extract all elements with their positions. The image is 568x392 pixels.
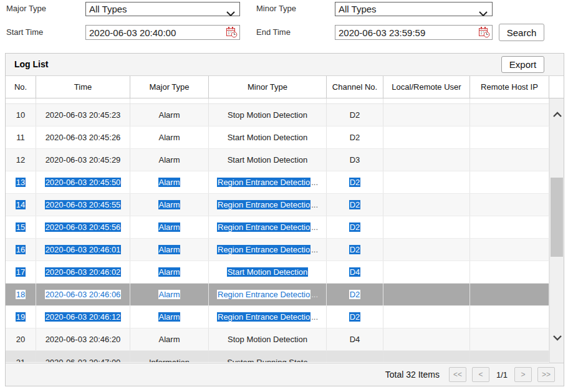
cell-channel: D2 — [327, 194, 383, 216]
cell-minor: Region Entrance Detectio... — [209, 239, 327, 261]
scroll-up-icon[interactable] — [552, 109, 562, 115]
cell-no: 10 — [6, 104, 36, 126]
cell-ip — [470, 149, 549, 171]
selected-text: Region Entrance Detectio — [217, 245, 310, 254]
cell-user — [383, 194, 470, 216]
selected-text: D2 — [349, 312, 361, 322]
cell-time: 2020-06-03 20:46:06 — [36, 284, 130, 305]
end-time-input[interactable] — [335, 25, 493, 40]
cell-major: Alarm — [130, 328, 209, 350]
cell-channel: D2 — [327, 216, 383, 238]
cell-minor: Region Entrance Detectio... — [209, 216, 327, 238]
search-button[interactable]: Search — [499, 24, 544, 41]
table-row[interactable]: 202020-06-03 20:46:20AlarmStop Motion De… — [6, 328, 549, 351]
cell-channel: D4 — [327, 328, 383, 350]
cell-user — [383, 284, 470, 305]
cell-time: 2020-06-03 20:45:56 — [36, 216, 130, 238]
cell-no — [6, 98, 36, 103]
first-page-button[interactable]: << — [449, 367, 466, 382]
cell-minor: Stop Motion Detection — [209, 328, 327, 350]
cell-major: Alarm — [130, 149, 209, 171]
cell-ip — [470, 98, 549, 103]
major-type-label: Major Type — [6, 1, 46, 16]
selected-text: Region Entrance Detectio — [217, 312, 310, 322]
column-header-minor-type: Minor Type — [209, 76, 327, 98]
table-row[interactable]: 182020-06-03 20:46:06AlarmRegion Entranc… — [6, 284, 549, 306]
cell-no: 15 — [6, 216, 36, 238]
selected-text: 2020-06-03 20:46:02 — [45, 267, 122, 277]
major-type-select[interactable]: All Types — [85, 2, 240, 16]
table-row[interactable]: 192020-06-03 20:46:12AlarmRegion Entranc… — [6, 306, 549, 328]
selected-text: 18 — [16, 290, 26, 299]
log-rows: 102020-06-03 20:45:23AlarmStop Motion De… — [6, 98, 549, 363]
selected-text: 14 — [16, 200, 26, 209]
last-page-button[interactable]: >> — [537, 367, 555, 382]
cell-no: 12 — [6, 149, 36, 171]
calendar-icon[interactable] — [226, 26, 238, 39]
log-search-page: Major Type All Types Minor Type All Type… — [0, 0, 568, 392]
cell-major — [130, 98, 209, 103]
table-row[interactable] — [6, 98, 549, 104]
selected-text: D2 — [349, 222, 361, 232]
column-header-filler — [549, 76, 564, 98]
table-viewport: 102020-06-03 20:45:23AlarmStop Motion De… — [6, 98, 564, 363]
cell-ip — [470, 239, 549, 261]
truncation-ellipsis: ... — [311, 290, 318, 299]
start-time-input[interactable] — [85, 25, 240, 40]
selected-text: D4 — [349, 267, 361, 277]
selected-text: Region Entrance Detectio — [217, 200, 310, 209]
table-row[interactable]: 142020-06-03 20:45:55AlarmRegion Entranc… — [6, 194, 549, 216]
cell-minor: Stop Motion Detection — [209, 104, 327, 126]
cell-ip — [470, 306, 549, 328]
table-row[interactable]: 162020-06-03 20:46:01AlarmRegion Entranc… — [6, 239, 549, 261]
cell-ip — [470, 127, 549, 148]
cell-no: 19 — [6, 306, 36, 328]
selected-text: Alarm — [158, 222, 181, 232]
start-time-label: Start Time — [6, 25, 43, 40]
table-row[interactable]: 122020-06-03 20:45:29AlarmStart Motion D… — [6, 149, 549, 171]
selected-text: Region Entrance Detectio — [217, 222, 310, 232]
cell-user — [383, 216, 470, 238]
selected-text: Alarm — [158, 178, 181, 187]
table-row[interactable]: 112020-06-03 20:45:26AlarmStart Motion D… — [6, 127, 549, 149]
cell-time: 2020-06-03 20:45:50 — [36, 171, 130, 193]
scrollbar-thumb[interactable] — [551, 178, 563, 257]
cell-ip — [470, 261, 549, 283]
cell-channel: D2 — [327, 127, 383, 148]
export-button[interactable]: Export — [501, 56, 544, 73]
column-header-major-type: Major Type — [130, 76, 209, 98]
cell-channel: D2 — [327, 171, 383, 193]
end-time-fieldwrap — [335, 25, 493, 40]
truncation-ellipsis: ... — [311, 245, 318, 254]
cell-channel: D2 — [327, 239, 383, 261]
selected-text: 2020-06-03 20:46:01 — [45, 245, 122, 254]
cell-user — [383, 351, 470, 362]
table-row[interactable]: 132020-06-03 20:45:50AlarmRegion Entranc… — [6, 171, 549, 194]
prev-page-button[interactable]: < — [472, 367, 489, 382]
cell-time: 2020-06-03 20:45:55 — [36, 194, 130, 216]
calendar-icon[interactable] — [478, 26, 491, 39]
cell-minor: Region Entrance Detectio... — [209, 171, 327, 193]
selected-text: 2020-06-03 20:46:06 — [45, 290, 122, 299]
column-header-channel-no: Channel No. — [327, 76, 383, 98]
end-time-label: End Time — [256, 25, 291, 40]
table-row[interactable]: 172020-06-03 20:46:02AlarmStart Motion D… — [6, 261, 549, 284]
start-time-fieldwrap — [85, 25, 240, 40]
next-page-button[interactable]: > — [514, 367, 532, 382]
cell-no: 13 — [6, 171, 36, 193]
minor-type-select[interactable]: All Types — [335, 2, 493, 16]
cell-user — [383, 328, 470, 350]
log-list-title: Log List — [14, 59, 48, 69]
cell-user — [383, 98, 470, 103]
table-row[interactable]: 102020-06-03 20:45:23AlarmStop Motion De… — [6, 104, 549, 127]
table-row[interactable]: 152020-06-03 20:45:56AlarmRegion Entranc… — [6, 216, 549, 239]
scroll-down-icon[interactable] — [552, 332, 562, 338]
table-row[interactable]: 212020-06-03 20:47:00InformationSystem R… — [6, 351, 549, 362]
selected-text: 19 — [16, 312, 26, 322]
vertical-scrollbar[interactable] — [549, 98, 564, 363]
chevron-down-icon — [226, 7, 235, 12]
cell-channel — [327, 351, 383, 362]
cell-major: Alarm — [130, 284, 209, 305]
selected-text: 16 — [16, 245, 26, 254]
cell-major: Alarm — [130, 171, 209, 193]
